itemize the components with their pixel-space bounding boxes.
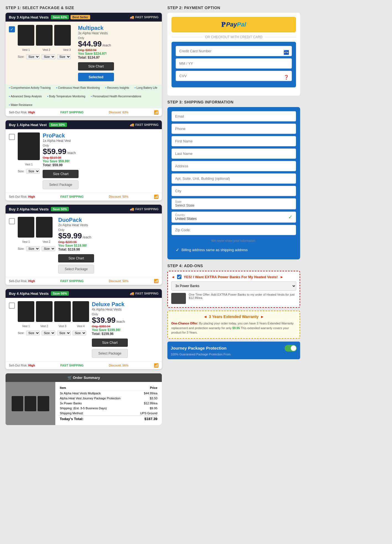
multipack-size-chart-btn[interactable]: Size Chart <box>78 62 114 71</box>
duopack-header-text: Buy 2 Alpha Heat Vests <box>9 207 49 211</box>
propack-checkbox-area[interactable] <box>9 132 15 140</box>
summary-row-4: Shipping: (Est. 3-5 Business Days) $9.95 <box>59 406 159 411</box>
paypal-button[interactable]: 𝐏 Pay Pal <box>172 17 296 32</box>
deluxepack-body: Vest 1 Vest 2 Vest 3 Vest 4 Size: Size S… <box>6 298 162 361</box>
summary-col-price: Price <box>135 385 159 391</box>
duopack-size-chart-btn[interactable]: Size Chart <box>58 254 94 262</box>
deluxe-size4-select[interactable]: Size <box>72 330 86 335</box>
last-name-input[interactable] <box>172 149 296 159</box>
address-input[interactable] <box>172 161 296 171</box>
powerbank-detail: One Time Offer: Add EXTRA Power Banks to… <box>171 293 296 304</box>
duopack-name: DuoPack <box>58 217 159 223</box>
propack-checkbox[interactable] <box>9 134 15 140</box>
billing-checkbox-row[interactable]: ✓ Billing address same as shipping addre… <box>172 244 296 255</box>
deluxe-vest-img-4 <box>72 301 89 322</box>
duopack-info: DuoPack 2x Alpha Heat Vests Only $59.99 … <box>58 217 159 274</box>
state-select-display[interactable]: State Select State <box>172 198 296 209</box>
privacy-note: We never share your information. <box>172 239 296 242</box>
country-select-display[interactable]: Country United States ✓ <box>172 212 296 223</box>
multipack-fast-shipping: FAST SHIPPING <box>130 15 159 19</box>
propack-size-chart-btn[interactable]: Size Chart <box>43 170 79 178</box>
propack-fast-shipping: FAST SHIPPING <box>130 123 159 127</box>
duopack-select-btn[interactable]: Select Package <box>58 265 94 274</box>
summary-vest-3 <box>38 396 49 411</box>
vest2-size-select[interactable]: Size <box>41 54 55 59</box>
multipack-body: ✓ Vest 1 Vest 2 Vest 3 <box>6 22 162 85</box>
multipack-orig: Orig. $359.94 <box>78 48 159 52</box>
duopack-sellout: Sell-Out Risk: High <box>9 279 35 283</box>
feature-5: Advanced Sleep Analysis <box>9 95 42 98</box>
warranty-arrow-right: ► <box>260 314 264 319</box>
propack-fast: FAST SHIPPING <box>60 195 84 198</box>
duopack-save: You Save $119.98! <box>58 244 159 248</box>
credit-card-field-wrapper: 🏧 <box>176 46 292 58</box>
email-input[interactable] <box>172 111 296 121</box>
package-multipack: Buy 3 Alpha Heat Vests Save 63% Best Sel… <box>6 13 162 116</box>
deluxepack-save-badge: Save 56% <box>51 291 69 296</box>
credit-card-input[interactable] <box>176 46 292 56</box>
credit-card-icon: 🏧 <box>284 50 289 55</box>
deluxepack-orig: Orig. $359.94 <box>92 325 159 328</box>
deluxe-vest-label-2: Vest 2 <box>36 325 53 328</box>
summary-price-4: $9.95 <box>135 406 159 411</box>
propack-select-btn[interactable]: Select Package <box>43 180 79 189</box>
deluxepack-price: $39.99 <box>92 316 116 325</box>
warranty-text: One-Chance Offer: By placing your order … <box>171 321 296 335</box>
duopack-checkbox[interactable] <box>9 218 15 224</box>
deluxe-size3-select[interactable]: Size <box>57 330 71 335</box>
deluxepack-header: Buy 4 Alpha Heat Vests Save 56% FAST SHI… <box>6 289 162 298</box>
duopack-body: Vest 1 Vest 2 Size: Size Size DuoPack 2x… <box>6 214 162 277</box>
deluxepack-checkbox-area[interactable] <box>9 301 15 309</box>
feature-2: Continuous Heart Rate Monitoring <box>56 86 100 89</box>
summary-item-2: Alpha Heat Vest Journey Package Protecti… <box>59 396 135 401</box>
mm-yy-input[interactable] <box>176 58 292 69</box>
cvv-input[interactable] <box>176 71 292 81</box>
propack-size-select[interactable]: Size <box>26 169 40 174</box>
paypal-p-icon: 𝐏 <box>221 21 225 28</box>
journey-toggle[interactable] <box>285 345 297 352</box>
payment-section: 𝐏 Pay Pal OR CHECKOUT WITH CREDIT CARD 🏧… <box>167 13 300 96</box>
summary-total-value: $187.39 <box>135 416 159 422</box>
deluxe-size1-select[interactable]: Size <box>26 330 40 335</box>
duopack-fast-shipping: FAST SHIPPING <box>130 207 159 211</box>
deluxe-size2-select[interactable]: Size <box>41 330 55 335</box>
paypal-logo-text: Pay <box>226 21 237 28</box>
multipack-checkbox-area[interactable]: ✓ <box>9 25 15 32</box>
first-name-input[interactable] <box>172 136 296 146</box>
duopack-checkbox-area[interactable] <box>9 217 15 224</box>
propack-sellout: Sell-Out Risk: High <box>9 195 35 198</box>
duopack-size1-select[interactable]: Size <box>26 246 40 251</box>
powerbank-checkbox[interactable] <box>177 275 181 279</box>
city-input[interactable] <box>172 186 296 196</box>
credit-card-section: 🏧 ❓ <box>172 42 296 87</box>
size-label-duo: Size: <box>18 247 24 250</box>
order-summary-content: Item Price 3x Alpha Heat Vests Multipack… <box>6 382 162 425</box>
toggle-knob <box>291 345 296 351</box>
propack-each: /each <box>67 151 76 155</box>
powerbank-header: ◄ YES! I Want EXTRA Power Banks For My H… <box>171 275 296 279</box>
summary-price-5: UPS Ground <box>135 411 159 416</box>
signal-icon-1: 📶 <box>154 110 159 114</box>
zip-input[interactable] <box>172 225 296 235</box>
apt-input[interactable] <box>172 173 296 184</box>
deluxepack-size-row: Size: Size Size Size Size <box>18 330 86 335</box>
propack-header-text: Buy 1 Alpha Heat Vest <box>9 123 47 127</box>
deluxe-vest-label-4: Vest 4 <box>72 325 89 328</box>
summary-row-5: Shipping Method: UPS Ground <box>59 411 159 416</box>
vest1-size-select[interactable]: Size <box>26 54 40 59</box>
duopack-size-row: Size: Size Size <box>18 246 55 251</box>
feature-4: Long Battery Life <box>135 86 157 89</box>
vest3-size-select[interactable]: Size <box>57 54 71 59</box>
phone-input[interactable] <box>172 124 296 134</box>
powerbank-dropdown[interactable]: 3x Power Banks <box>171 281 296 291</box>
multipack-checkbox[interactable]: ✓ <box>9 26 15 32</box>
package-duopack: Buy 2 Alpha Heat Vests Save 50% FAST SHI… <box>6 205 162 285</box>
deluxepack-select-btn[interactable]: Select Package <box>92 349 128 358</box>
deluxepack-checkbox[interactable] <box>9 303 15 309</box>
duopack-header: Buy 2 Alpha Heat Vests Save 50% FAST SHI… <box>6 205 162 214</box>
deluxe-vest-img-1 <box>18 301 34 322</box>
duopack-fast: FAST SHIPPING <box>60 279 84 283</box>
deluxepack-size-chart-btn[interactable]: Size Chart <box>92 339 128 347</box>
duopack-size2-select[interactable]: Size <box>41 246 55 251</box>
multipack-select-btn[interactable]: Selected <box>78 73 114 81</box>
